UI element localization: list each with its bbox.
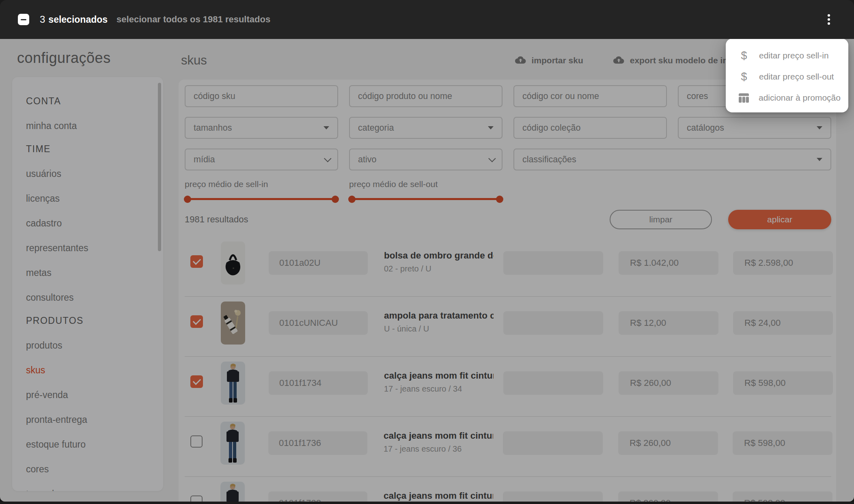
catalogs-select[interactable]: catálogos bbox=[678, 117, 831, 139]
sizes-select[interactable]: tamanhos bbox=[185, 117, 338, 139]
placeholder: código sku bbox=[194, 91, 329, 101]
sidebar-item-estoque-futuro[interactable]: estoque futuro bbox=[26, 439, 163, 450]
sellout-slider-track[interactable] bbox=[349, 198, 502, 200]
sidebar-scrollbar[interactable] bbox=[158, 83, 161, 251]
apply-button[interactable]: aplicar bbox=[728, 210, 831, 229]
sell-out-price[interactable]: R$ 598,00 bbox=[733, 491, 832, 502]
bulk-actions-menu: $ editar preço sell-in $ editar preço se… bbox=[726, 39, 848, 112]
handbag-product-photo bbox=[221, 241, 245, 284]
selection-count: 3 bbox=[40, 14, 45, 25]
action-label: importar sku bbox=[532, 56, 583, 65]
quantity-input[interactable] bbox=[503, 311, 603, 335]
sell-in-price[interactable]: R$ 260,00 bbox=[618, 431, 718, 455]
collection-code-input[interactable]: código coleção bbox=[513, 117, 667, 139]
sku-code-input[interactable]: código sku bbox=[185, 85, 338, 107]
kebab-menu-icon bbox=[828, 14, 830, 17]
media-select[interactable]: mídia bbox=[185, 149, 338, 170]
row-checkbox[interactable] bbox=[190, 435, 203, 448]
sku-code-chip: 0101f1738 bbox=[268, 491, 367, 502]
sidebar-section-time: TIME usuários licenças cadastro represen… bbox=[12, 144, 163, 303]
dropdown-arrow-icon bbox=[488, 126, 494, 129]
sidebar-item-minha-conta[interactable]: minha conta bbox=[26, 121, 163, 131]
sell-in-price[interactable]: R$ 260,00 bbox=[619, 371, 718, 395]
sellin-slider-track[interactable] bbox=[185, 198, 338, 200]
chevron-down-icon bbox=[324, 155, 331, 162]
product-name: calça jeans mom fit cintura a bbox=[384, 431, 493, 441]
quantity-input[interactable] bbox=[503, 491, 603, 502]
more-options-button[interactable] bbox=[822, 12, 836, 27]
sidebar-item-produtos[interactable]: produtos bbox=[26, 340, 163, 351]
slider-handle[interactable] bbox=[496, 196, 503, 203]
color-code-input[interactable]: código cor ou nome bbox=[513, 85, 667, 107]
product-name: ampola para tratamento cap bbox=[384, 310, 494, 321]
slider-handle[interactable] bbox=[332, 196, 339, 203]
dropdown-arrow-icon bbox=[323, 126, 329, 129]
sidebar-item-cadastro[interactable]: cadastro bbox=[26, 218, 163, 229]
table-row: 0101f1734 calça jeans mom fit cintura a … bbox=[185, 357, 831, 417]
sidebar-item-usuarios[interactable]: usuários bbox=[26, 168, 163, 179]
jeans-model-photo bbox=[220, 482, 245, 502]
jeans-model-photo bbox=[220, 422, 245, 465]
select-label: catálogos bbox=[687, 123, 817, 133]
page-title: skus bbox=[181, 53, 207, 68]
filter-buttons: limpar aplicar bbox=[610, 210, 831, 229]
category-select[interactable]: categoria bbox=[349, 117, 502, 139]
cosmetic-product-photo bbox=[221, 302, 245, 345]
select-all-results-link[interactable]: selecionar todos os 1981 resultados bbox=[116, 14, 270, 25]
placeholder: código coleção bbox=[522, 123, 658, 133]
sidebar-item-metas[interactable]: metas bbox=[26, 267, 163, 278]
sell-in-price[interactable]: R$ 1.042,00 bbox=[619, 251, 718, 275]
sell-in-price[interactable]: R$ 260,00 bbox=[618, 491, 718, 502]
menu-item-edit-sellin[interactable]: $ editar preço sell-in bbox=[726, 45, 848, 66]
sidebar-heading: TIME bbox=[26, 144, 163, 155]
sidebar-item-pronta-entrega[interactable]: pronta-entrega bbox=[26, 414, 163, 425]
row-checkbox[interactable] bbox=[190, 495, 203, 502]
menu-item-add-to-promotion[interactable]: adicionar à promoção bbox=[726, 87, 848, 108]
classifications-select[interactable]: classificações bbox=[513, 149, 831, 170]
jeans-model-photo bbox=[221, 362, 245, 405]
table-icon bbox=[739, 93, 749, 103]
sell-out-price[interactable]: R$ 598,00 bbox=[733, 371, 833, 395]
sidebar-item-licencas[interactable]: licenças bbox=[26, 193, 163, 204]
product-variant: 17 - jeans escuro / 36 bbox=[384, 444, 493, 454]
row-checkbox[interactable] bbox=[190, 255, 203, 268]
quantity-input[interactable] bbox=[503, 371, 603, 395]
select-label: categoria bbox=[358, 123, 488, 133]
select-label: mídia bbox=[194, 155, 324, 165]
sidebar-item-cores[interactable]: cores bbox=[26, 464, 163, 475]
results-count: 1981 resultados bbox=[185, 214, 248, 225]
menu-item-edit-sellout[interactable]: $ editar preço sell-out bbox=[726, 66, 848, 87]
sidebar-item-tamanhos[interactable]: tamanhos bbox=[26, 489, 163, 491]
price-sliders: preço médio de sell-in preço médio de se… bbox=[185, 179, 831, 200]
sell-out-price[interactable]: R$ 598,00 bbox=[733, 431, 832, 455]
slider-handle[interactable] bbox=[184, 196, 191, 203]
product-name-cell: calça jeans mom fit cintura a 17 - jeans… bbox=[384, 370, 494, 394]
quantity-input[interactable] bbox=[503, 251, 603, 275]
sku-code-chip: 0101cUNICAU bbox=[269, 311, 368, 335]
quantity-input[interactable] bbox=[503, 431, 603, 455]
import-sku-button[interactable]: importar sku bbox=[515, 56, 583, 65]
sidebar-item-pre-venda[interactable]: pré-venda bbox=[26, 390, 163, 401]
chevron-down-icon bbox=[488, 155, 496, 162]
active-select[interactable]: ativo bbox=[349, 149, 502, 170]
sku-list-card: código sku código produto ou nome código… bbox=[179, 80, 836, 502]
row-checkbox[interactable] bbox=[190, 315, 203, 328]
sidebar-item-skus[interactable]: skus bbox=[26, 365, 163, 376]
dollar-icon: $ bbox=[739, 71, 749, 83]
sidebar-section-conta: CONTA minha conta bbox=[12, 96, 163, 131]
menu-item-label: editar preço sell-in bbox=[759, 51, 829, 60]
select-label: tamanhos bbox=[194, 123, 323, 133]
sidebar-item-consultores[interactable]: consultores bbox=[26, 292, 163, 303]
select-all-checkbox[interactable] bbox=[18, 14, 29, 25]
clear-button[interactable]: limpar bbox=[610, 210, 712, 229]
sell-out-price[interactable]: R$ 24,00 bbox=[733, 311, 833, 335]
sku-table: 0101a02U bolsa de ombro grande de c 02 -… bbox=[185, 237, 831, 502]
sell-out-price[interactable]: R$ 2.598,00 bbox=[733, 251, 833, 275]
product-code-input[interactable]: código produto ou nome bbox=[349, 85, 502, 107]
row-checkbox[interactable] bbox=[190, 375, 203, 388]
slider-handle[interactable] bbox=[348, 196, 356, 203]
sell-in-price[interactable]: R$ 12,00 bbox=[619, 311, 718, 335]
sidebar-item-representantes[interactable]: representantes bbox=[26, 243, 163, 254]
sidebar-heading: CONTA bbox=[26, 96, 163, 107]
product-name: calça jeans mom fit cintura a bbox=[384, 491, 493, 501]
